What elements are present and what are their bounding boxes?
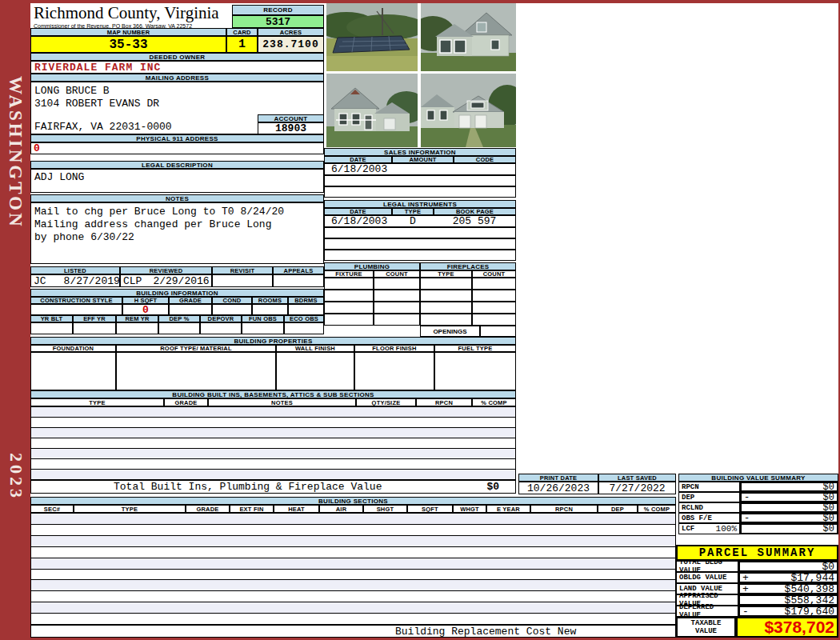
grade-value [169,304,212,315]
bs-whgt-label: WHGT [453,505,486,513]
bs-sqft-label: SQFT [407,505,453,513]
photo-house-exterior[interactable] [421,3,516,71]
bdrms-value [288,304,324,315]
year-sidebar: WASHINGTON 2023 [0,0,30,640]
ps-obldg-value: $17,944 [790,572,834,584]
built-ins-title: BUILDING BUILT INS, BASEMENTS, ATTICS & … [30,390,516,398]
funobs-label: FUN OBS [242,315,284,322]
construction-style-label: CONSTRUCTION STYLE [30,297,122,304]
map-value-row: 35-33 1 238.7100 [30,36,324,53]
map-header-row: MAP NUMBER CARD ACRES [30,28,324,36]
plumbing-row-2 [324,290,516,302]
bs-dep-label: DEP [598,505,638,513]
fixture-label: FIXTURE [324,270,374,278]
built-ins-total-value: $0 [486,481,515,493]
print-date-label: PRINT DATE [518,474,598,482]
built-ins-total-row: Total Built Ins, Plumbing & Fireplace Va… [30,480,516,494]
wall-finish-value [276,352,354,390]
sales-date-label: DATE [324,156,392,163]
ps-total-bldg-value: $0 [822,561,834,573]
notes-line-3: by phone 6/30/22 [34,231,323,244]
built-ins-header-row: TYPE GRADE NOTES QTY/SIZE RPCN % COMP [30,398,516,406]
bs-air-label: AIR [319,505,363,513]
li-row1-bookpage: 205 597 [434,215,516,227]
map-number-label: MAP NUMBER [30,28,226,36]
plumbing-fireplaces-header-row: FIXTURE COUNT TYPE COUNT [324,270,516,278]
photo-farmhouse-porch[interactable] [326,74,418,147]
built-ins-total-label: Total Built Ins, Plumbing & Fireplace Va… [31,481,382,493]
sales-amount-label: AMOUNT [392,156,454,163]
bvs-dep-label: DEP [682,494,694,502]
bvs-row-obs: OBS F/E -$0 [678,513,838,523]
last-saved-label: LAST SAVED [598,474,676,482]
appeals-value [273,274,324,287]
li-row1-type: D [392,215,434,227]
review-value-row: JC 8/27/2019 CLP 2/29/2016 [30,274,324,287]
cond-label: COND [212,297,252,304]
sales-header-row: DATE AMOUNT CODE [324,156,516,163]
fuel-type-value [434,352,516,390]
bvs-dep-value: $0 [823,492,834,503]
sales-information-title: SALES INFORMATION [324,148,516,156]
acres-label: ACRES [258,28,324,36]
depovr-value [200,322,242,334]
reviewed-value: CLP 2/29/2016 [120,274,212,287]
bdrms-label: BDRMS [288,297,324,304]
bi-notes-label: NOTES [208,398,356,406]
photo-solar-array[interactable] [326,3,418,71]
deppct-value [158,322,200,334]
photo-house-garage[interactable] [421,74,516,147]
ps-deferred-value: $179,640 [785,606,834,618]
legal-instruments-row-1: 6/18/2003 D 205 597 [324,215,516,227]
ps-row-deferred: DEFERRED VALUE -$179,640 [676,606,838,617]
physical-address-label: PHYSICAL 911 ADDRESS [30,134,324,142]
foundation-label: FOUNDATION [30,345,116,352]
bvs-rclnd-value: $0 [823,502,834,514]
funobs-value [242,322,284,334]
bs-type-label: TYPE [74,505,186,513]
building-sections-title: BUILDING SECTIONS [30,497,676,505]
mailing-line-1: LONG BRUCE B [34,85,323,98]
legal-description-label: LEGAL DESCRIPTION [30,161,324,169]
bs-heat-label: HEAT [274,505,319,513]
fuel-type-label: FUEL TYPE [434,345,516,352]
bs-sec-label: SEC# [30,505,74,513]
legal-instruments-header-row: DATE TYPE BOOK PAGE [324,208,516,215]
building-sections-footer-row: Building Replacement Cost New [30,625,676,638]
listed-date: 8/27/2019 [64,275,120,287]
plumbing-fireplaces-title-row: PLUMBING FIREPLACES [324,262,516,270]
taxable-value-label: TAXABLE VALUE [676,617,736,638]
listed-by: JC [34,275,46,287]
revisit-label: REVISIT [212,266,273,274]
rooms-value [252,304,288,315]
legal-instruments-row-4 [324,250,516,261]
sales-row-1: 6/18/2003 [324,163,516,175]
building-value-summary-title: BUILDING VALUE SUMMARY [678,474,838,482]
listed-value: JC 8/27/2019 [30,274,120,287]
construction-style-value [30,304,122,315]
bs-rpcn-label: RPCN [530,505,598,513]
card-value: 1 [226,36,258,53]
bvs-rpcn-value: $0 [823,482,834,493]
sidebar-year-label: 2023 [6,453,26,501]
building-properties-value-row [30,352,516,390]
li-type-label: TYPE [392,208,434,215]
plumbing-row-1 [324,278,516,290]
reviewed-label: REVIEWED [120,266,212,274]
building-sections-empty-rows [30,513,676,625]
ps-row-obldg: OBLDG VALUE +$17,944 [676,572,838,583]
print-info-value-row: 10/26/2023 7/27/2022 [518,482,676,494]
bs-extfin-label: EXT FIN [230,505,274,513]
print-info-header-row: PRINT DATE LAST SAVED [518,474,676,482]
bvs-row-dep: DEP -$0 [678,492,838,502]
openings-value [480,326,516,337]
sales-row-3 [324,186,516,198]
depovr-label: DEPOVR [200,315,242,322]
bvs-rpcn-label: RPCN [682,483,699,491]
bs-eyear-label: E YEAR [486,505,530,513]
county-title-block: Richmond County, Virginia Commissioner o… [34,4,232,30]
foundation-value [30,352,116,390]
bvs-obs-label: OBS F/E [682,514,712,522]
bs-comp-label: % COMP [638,505,676,513]
sidebar-state-label: WASHINGTON [5,76,26,229]
